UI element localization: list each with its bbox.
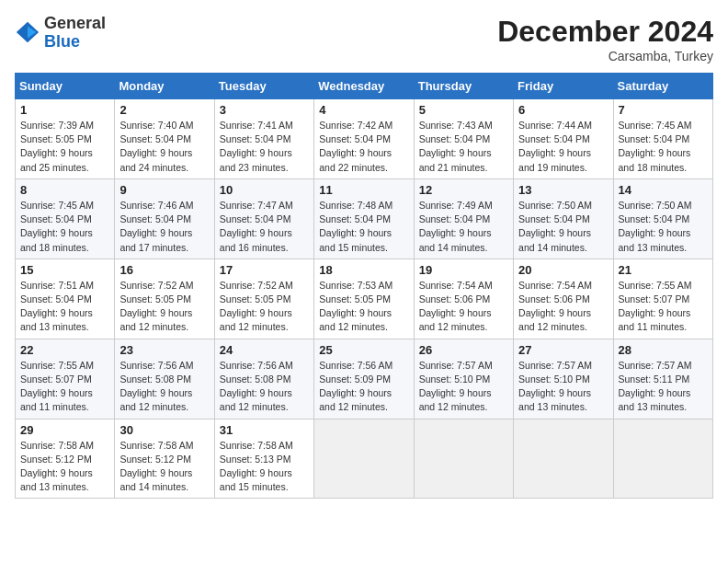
day-number: 14 (619, 183, 708, 197)
day-info: Sunrise: 7:45 AMSunset: 5:04 PMDaylight:… (619, 119, 708, 175)
calendar-cell (613, 419, 712, 499)
calendar-cell (314, 419, 414, 499)
day-number: 29 (20, 423, 109, 437)
day-number: 26 (419, 343, 508, 357)
day-number: 10 (220, 183, 309, 197)
day-number: 31 (220, 423, 309, 437)
day-info: Sunrise: 7:43 AMSunset: 5:04 PMDaylight:… (419, 119, 508, 175)
calendar-cell: 16Sunrise: 7:52 AMSunset: 5:05 PMDayligh… (115, 259, 214, 339)
calendar-cell (514, 419, 613, 499)
calendar-cell: 21Sunrise: 7:55 AMSunset: 5:07 PMDayligh… (613, 259, 712, 339)
calendar-cell: 7Sunrise: 7:45 AMSunset: 5:04 PMDaylight… (613, 99, 712, 179)
calendar-cell: 18Sunrise: 7:53 AMSunset: 5:05 PMDayligh… (314, 259, 414, 339)
day-number: 3 (220, 103, 309, 117)
calendar-cell: 22Sunrise: 7:55 AMSunset: 5:07 PMDayligh… (16, 339, 115, 419)
day-info: Sunrise: 7:57 AMSunset: 5:10 PMDaylight:… (419, 359, 508, 415)
calendar-cell: 27Sunrise: 7:57 AMSunset: 5:10 PMDayligh… (514, 339, 613, 419)
calendar-week-row: 29Sunrise: 7:58 AMSunset: 5:12 PMDayligh… (16, 419, 713, 499)
day-number: 25 (319, 343, 408, 357)
day-number: 9 (119, 183, 209, 197)
day-info: Sunrise: 7:56 AMSunset: 5:08 PMDaylight:… (220, 359, 309, 415)
calendar-cell: 4Sunrise: 7:42 AMSunset: 5:04 PMDaylight… (314, 99, 414, 179)
calendar-week-row: 1Sunrise: 7:39 AMSunset: 5:05 PMDaylight… (16, 99, 713, 179)
day-info: Sunrise: 7:58 AMSunset: 5:13 PMDaylight:… (220, 439, 309, 495)
day-number: 11 (319, 183, 408, 197)
day-number: 24 (220, 343, 309, 357)
calendar-cell: 13Sunrise: 7:50 AMSunset: 5:04 PMDayligh… (514, 178, 613, 259)
day-info: Sunrise: 7:44 AMSunset: 5:04 PMDaylight:… (518, 119, 608, 175)
page-header: General Blue December 2024 Carsamba, Tur… (15, 15, 713, 63)
day-number: 15 (20, 263, 109, 277)
day-info: Sunrise: 7:48 AMSunset: 5:04 PMDaylight:… (319, 199, 408, 255)
day-number: 13 (518, 183, 608, 197)
day-info: Sunrise: 7:52 AMSunset: 5:05 PMDaylight:… (220, 279, 309, 335)
weekday-header-monday: Monday (115, 74, 214, 99)
day-info: Sunrise: 7:57 AMSunset: 5:11 PMDaylight:… (619, 359, 708, 415)
calendar-cell: 24Sunrise: 7:56 AMSunset: 5:08 PMDayligh… (214, 339, 313, 419)
location: Carsamba, Turkey (497, 49, 713, 63)
day-info: Sunrise: 7:54 AMSunset: 5:06 PMDaylight:… (518, 279, 608, 335)
logo-blue: Blue (44, 32, 80, 51)
calendar-week-row: 22Sunrise: 7:55 AMSunset: 5:07 PMDayligh… (16, 339, 713, 419)
day-number: 18 (319, 263, 408, 277)
day-info: Sunrise: 7:49 AMSunset: 5:04 PMDaylight:… (419, 199, 508, 255)
calendar-cell (414, 419, 513, 499)
calendar-cell: 2Sunrise: 7:40 AMSunset: 5:04 PMDaylight… (115, 99, 214, 179)
day-number: 5 (419, 103, 508, 117)
calendar-cell: 28Sunrise: 7:57 AMSunset: 5:11 PMDayligh… (613, 339, 712, 419)
calendar-cell: 29Sunrise: 7:58 AMSunset: 5:12 PMDayligh… (16, 419, 115, 499)
calendar-table: SundayMondayTuesdayWednesdayThursdayFrid… (15, 73, 713, 499)
day-number: 19 (419, 263, 508, 277)
calendar-cell: 17Sunrise: 7:52 AMSunset: 5:05 PMDayligh… (214, 259, 313, 339)
day-number: 16 (119, 263, 209, 277)
day-number: 6 (518, 103, 608, 117)
logo-icon (15, 20, 40, 46)
weekday-header-wednesday: Wednesday (314, 74, 414, 99)
day-number: 4 (319, 103, 408, 117)
calendar-cell: 6Sunrise: 7:44 AMSunset: 5:04 PMDaylight… (514, 99, 613, 179)
day-info: Sunrise: 7:56 AMSunset: 5:08 PMDaylight:… (119, 359, 209, 415)
weekday-header-tuesday: Tuesday (214, 74, 313, 99)
day-info: Sunrise: 7:53 AMSunset: 5:05 PMDaylight:… (319, 279, 408, 335)
calendar-week-row: 15Sunrise: 7:51 AMSunset: 5:04 PMDayligh… (16, 259, 713, 339)
calendar-cell: 26Sunrise: 7:57 AMSunset: 5:10 PMDayligh… (414, 339, 513, 419)
calendar-cell: 20Sunrise: 7:54 AMSunset: 5:06 PMDayligh… (514, 259, 613, 339)
day-info: Sunrise: 7:46 AMSunset: 5:04 PMDaylight:… (119, 199, 209, 255)
day-info: Sunrise: 7:41 AMSunset: 5:04 PMDaylight:… (220, 119, 309, 175)
day-number: 8 (20, 183, 109, 197)
calendar-cell: 8Sunrise: 7:45 AMSunset: 5:04 PMDaylight… (16, 178, 115, 259)
day-info: Sunrise: 7:58 AMSunset: 5:12 PMDaylight:… (119, 439, 209, 495)
day-info: Sunrise: 7:54 AMSunset: 5:06 PMDaylight:… (419, 279, 508, 335)
day-info: Sunrise: 7:57 AMSunset: 5:10 PMDaylight:… (518, 359, 608, 415)
calendar-cell: 1Sunrise: 7:39 AMSunset: 5:05 PMDaylight… (16, 99, 115, 179)
logo-general: General (44, 14, 106, 32)
calendar-cell: 5Sunrise: 7:43 AMSunset: 5:04 PMDaylight… (414, 99, 513, 179)
month-title: December 2024 (497, 15, 713, 49)
calendar-cell: 9Sunrise: 7:46 AMSunset: 5:04 PMDaylight… (115, 178, 214, 259)
day-info: Sunrise: 7:50 AMSunset: 5:04 PMDaylight:… (619, 199, 708, 255)
day-info: Sunrise: 7:58 AMSunset: 5:12 PMDaylight:… (20, 439, 109, 495)
calendar-week-row: 8Sunrise: 7:45 AMSunset: 5:04 PMDaylight… (16, 178, 713, 259)
day-info: Sunrise: 7:51 AMSunset: 5:04 PMDaylight:… (20, 279, 109, 335)
calendar-cell: 30Sunrise: 7:58 AMSunset: 5:12 PMDayligh… (115, 419, 214, 499)
logo: General Blue (15, 15, 106, 52)
day-number: 2 (119, 103, 209, 117)
day-number: 23 (119, 343, 209, 357)
day-number: 21 (619, 263, 708, 277)
day-info: Sunrise: 7:52 AMSunset: 5:05 PMDaylight:… (119, 279, 209, 335)
weekday-header-sunday: Sunday (16, 74, 115, 99)
title-block: December 2024 Carsamba, Turkey (497, 15, 713, 63)
day-number: 28 (619, 343, 708, 357)
day-number: 7 (619, 103, 708, 117)
day-info: Sunrise: 7:39 AMSunset: 5:05 PMDaylight:… (20, 119, 109, 175)
day-info: Sunrise: 7:50 AMSunset: 5:04 PMDaylight:… (518, 199, 608, 255)
day-info: Sunrise: 7:55 AMSunset: 5:07 PMDaylight:… (20, 359, 109, 415)
calendar-cell: 25Sunrise: 7:56 AMSunset: 5:09 PMDayligh… (314, 339, 414, 419)
day-number: 12 (419, 183, 508, 197)
calendar-cell: 12Sunrise: 7:49 AMSunset: 5:04 PMDayligh… (414, 178, 513, 259)
calendar-cell: 11Sunrise: 7:48 AMSunset: 5:04 PMDayligh… (314, 178, 414, 259)
day-number: 30 (119, 423, 209, 437)
day-info: Sunrise: 7:45 AMSunset: 5:04 PMDaylight:… (20, 199, 109, 255)
weekday-header-saturday: Saturday (613, 74, 712, 99)
day-number: 22 (20, 343, 109, 357)
